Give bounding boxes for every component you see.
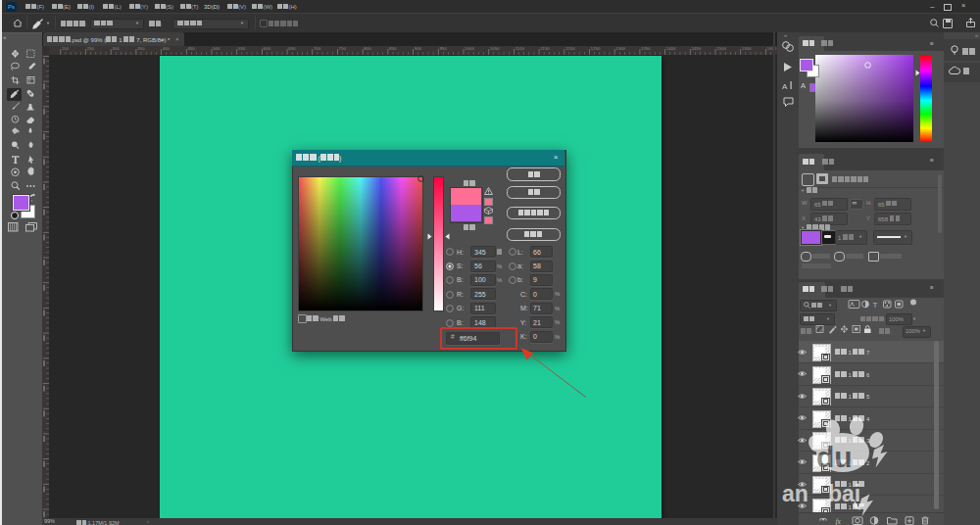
svg-text:an: an (782, 481, 808, 506)
svg-text:bai: bai (828, 481, 860, 506)
svg-text:du: du (816, 441, 853, 473)
